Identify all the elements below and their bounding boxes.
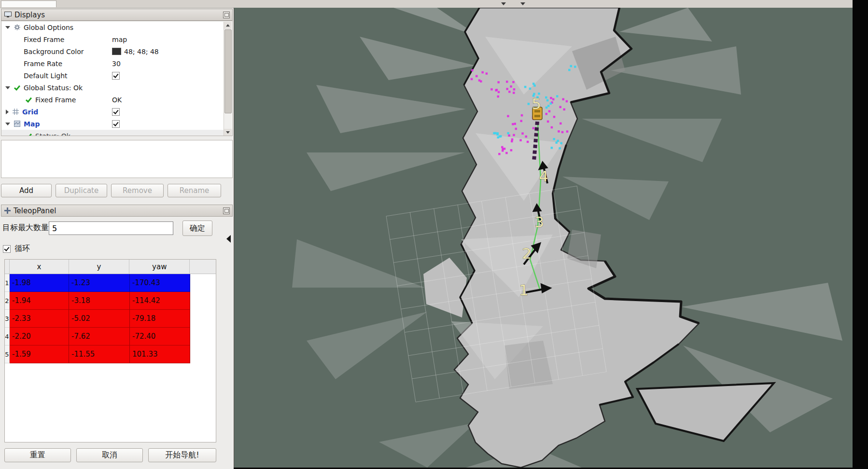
cell-y[interactable]: -1.23: [69, 274, 130, 292]
tree-label: Status: Ok: [35, 132, 70, 137]
right-dark-strip: [853, 0, 868, 469]
expander-open-icon[interactable]: [5, 86, 10, 89]
tree-value[interactable]: 48; 48; 48: [112, 48, 159, 55]
cell-yaw[interactable]: -72.40: [130, 328, 190, 345]
panel-float-button[interactable]: [223, 207, 230, 214]
teleop-panel-icon: [4, 207, 11, 214]
cell-x[interactable]: -2.33: [10, 310, 69, 328]
cancel-button[interactable]: 取消: [76, 448, 143, 462]
max-targets-input[interactable]: [49, 221, 173, 235]
map-enabled-checkbox[interactable]: [112, 120, 120, 128]
row-number: 4: [5, 328, 10, 345]
expander-closed-icon[interactable]: [6, 110, 9, 114]
tree-value: OK: [112, 96, 122, 104]
toolbar-dropdown-icon[interactable]: [501, 2, 506, 5]
cell-y[interactable]: -7.62: [69, 328, 130, 345]
tree-label: Background Color: [24, 48, 84, 55]
expander-open-icon[interactable]: [5, 123, 10, 125]
cell-y[interactable]: -11.55: [69, 345, 130, 363]
table-header-row: x y yaw: [5, 260, 216, 274]
tree-row-background-color[interactable]: Background Color 48; 48; 48: [1, 45, 232, 57]
displays-panel-icon: [4, 12, 12, 18]
table-row[interactable]: 4 -2.20 -7.62 -72.40: [5, 328, 216, 345]
teleop-panel-header[interactable]: TeleopPanel: [1, 205, 233, 217]
default-light-checkbox[interactable]: [112, 72, 120, 80]
tree-label: Default Light: [24, 72, 68, 80]
svg-text:3: 3: [534, 213, 544, 231]
scroll-down-icon[interactable]: [224, 129, 232, 136]
waypoint-table: x y yaw 1 -1.98 -1.23 -170.43 2 -1.94 -3…: [4, 259, 216, 442]
status-ok-check-icon: [25, 97, 32, 103]
tree-row-fixed-frame-status[interactable]: Fixed Frame OK: [1, 94, 232, 106]
cell-yaw[interactable]: -114.42: [130, 292, 190, 310]
table-row[interactable]: 5 -1.59 -11.55 101.33: [5, 345, 216, 363]
tree-label: Global Options: [24, 24, 73, 31]
row-number: 1: [5, 274, 10, 292]
gear-icon: [13, 24, 21, 31]
panel-float-button[interactable]: [223, 12, 230, 18]
cell-x[interactable]: -1.98: [10, 274, 69, 292]
tree-value[interactable]: 30: [112, 60, 121, 68]
reset-button[interactable]: 重置: [4, 448, 71, 462]
rviz-window: Displays Global Options Fixed Frame map …: [0, 0, 868, 469]
scroll-up-icon[interactable]: [224, 22, 232, 29]
svg-text:4: 4: [539, 167, 548, 185]
scrollbar-thumb[interactable]: [224, 29, 232, 113]
tree-row-map-status-partial[interactable]: Status: Ok: [1, 130, 232, 136]
cell-x[interactable]: -1.94: [10, 292, 69, 310]
table-row[interactable]: 3 -2.33 -5.02 -79.18: [5, 310, 216, 328]
status-ok-check-icon: [13, 84, 21, 91]
cell-yaw[interactable]: -170.43: [130, 274, 190, 292]
tree-row-global-status[interactable]: Global Status: Ok: [1, 82, 232, 94]
loop-label: 循环: [14, 244, 30, 254]
tree-value[interactable]: map: [112, 36, 127, 43]
column-header-x[interactable]: x: [10, 260, 69, 274]
top-toolbar: [0, 0, 868, 8]
displays-tree: Global Options Fixed Frame map Backgroun…: [1, 21, 233, 136]
panel-collapse-handle[interactable]: [226, 235, 231, 243]
confirm-button[interactable]: 确定: [182, 221, 212, 236]
table-row[interactable]: 2 -1.94 -3.18 -114.42: [5, 292, 216, 310]
tree-row-map[interactable]: Map: [1, 118, 232, 130]
expander-open-icon[interactable]: [5, 26, 10, 29]
table-row[interactable]: 1 -1.98 -1.23 -170.43: [5, 274, 216, 292]
tree-row-grid[interactable]: Grid: [1, 106, 232, 118]
svg-text:1: 1: [519, 281, 529, 299]
loop-checkbox[interactable]: [3, 245, 11, 253]
tree-label: Global Status: Ok: [24, 84, 83, 92]
row-number: 3: [5, 310, 10, 328]
remove-button[interactable]: Remove: [111, 184, 164, 197]
status-ok-check-icon: [25, 133, 32, 137]
top-tab[interactable]: [1, 0, 56, 7]
map-3d-view[interactable]: 12345: [234, 8, 853, 468]
tree-label: Frame Rate: [24, 60, 62, 68]
cell-yaw[interactable]: 101.33: [130, 345, 190, 363]
duplicate-button[interactable]: Duplicate: [56, 184, 107, 197]
tree-scrollbar[interactable]: [224, 22, 232, 136]
rename-button[interactable]: Rename: [168, 184, 221, 197]
tree-label: Fixed Frame: [24, 36, 64, 43]
svg-text:2: 2: [522, 245, 532, 262]
displays-panel-header[interactable]: Displays: [1, 9, 233, 21]
color-swatch: [112, 48, 121, 55]
tree-label: Grid: [22, 108, 38, 116]
tree-row-fixed-frame[interactable]: Fixed Frame map: [1, 33, 232, 45]
teleop-panel-title: TeleopPanel: [14, 207, 56, 215]
tree-label: Map: [24, 120, 40, 128]
grid-enabled-checkbox[interactable]: [112, 108, 120, 116]
cell-x[interactable]: -2.20: [10, 328, 69, 345]
column-header-y[interactable]: y: [69, 260, 130, 274]
cell-yaw[interactable]: -79.18: [130, 310, 190, 328]
cell-x[interactable]: -1.59: [10, 345, 69, 363]
cell-y[interactable]: -5.02: [69, 310, 130, 328]
color-value-text: 48; 48; 48: [124, 48, 159, 55]
add-button[interactable]: Add: [1, 184, 52, 197]
tree-row-global-options[interactable]: Global Options: [1, 21, 232, 33]
start-navigation-button[interactable]: 开始导航!: [148, 448, 216, 462]
column-header-yaw[interactable]: yaw: [129, 260, 190, 274]
tree-row-frame-rate[interactable]: Frame Rate 30: [1, 57, 232, 69]
corner-header-cell: [5, 260, 10, 274]
toolbar-dropdown-icon[interactable]: [520, 2, 525, 5]
tree-row-default-light[interactable]: Default Light: [1, 69, 232, 82]
cell-y[interactable]: -3.18: [69, 292, 130, 310]
